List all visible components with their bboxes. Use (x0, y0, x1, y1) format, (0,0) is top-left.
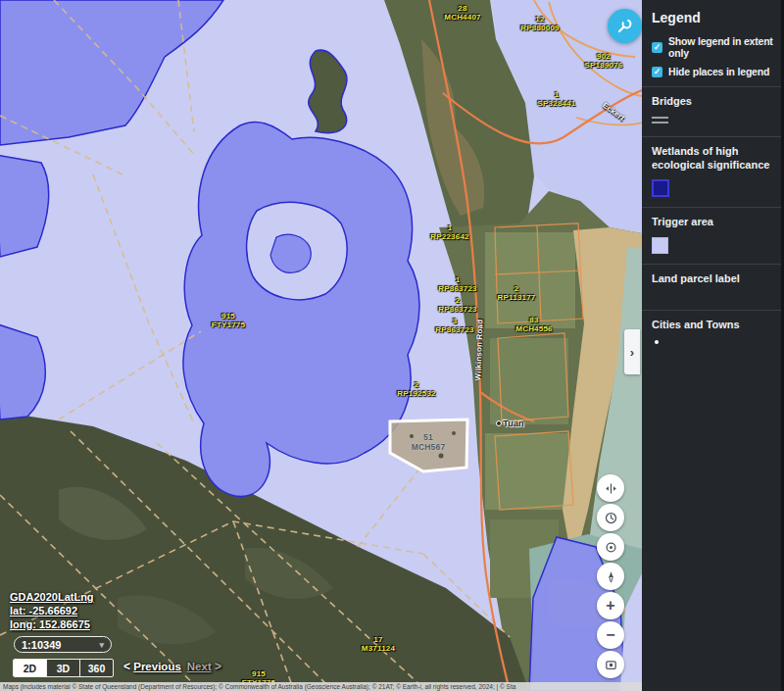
checkbox-checked-icon[interactable]: ✓ (652, 67, 662, 77)
view-mode-3d[interactable]: 3D (47, 660, 80, 676)
swipe-compare-button[interactable] (597, 474, 624, 502)
view-mode-switcher: 2D 3D 360 (13, 659, 114, 677)
caret-down-icon: ▾ (99, 640, 104, 650)
previous-label: Previous (133, 661, 181, 672)
swipe-compare-icon (604, 481, 618, 496)
my-location-button[interactable] (597, 533, 624, 561)
extent-navigation: < Previous Next > (123, 660, 221, 673)
plus-icon: + (606, 597, 614, 615)
identify-tool-button[interactable] (608, 9, 642, 43)
scale-value: 1:10349 (22, 639, 61, 651)
compass-button[interactable] (597, 563, 624, 590)
map-viewport[interactable]: 28 MCH440712 RP880009902 SP1890761 SP328… (0, 0, 642, 691)
scale-select[interactable]: 1:10349 ▾ (14, 636, 112, 653)
legend-layer-label: Bridges (652, 95, 774, 109)
next-extent-button[interactable]: Next > (187, 660, 221, 673)
checkbox-checked-icon[interactable]: ✓ (652, 42, 662, 53)
minus-icon: − (606, 626, 614, 644)
clock-icon (604, 511, 618, 525)
previous-extent-button[interactable]: < Previous (123, 660, 181, 673)
legend-section-land-parcel-label: Land parcel label (642, 264, 784, 310)
locate-target-icon (604, 540, 618, 555)
wrench-search-icon (615, 17, 634, 35)
checkbox-hide-places[interactable]: ✓ Hide places in legend (642, 64, 784, 82)
legend-section-wetlands: Wetlands of high ecological significance (642, 136, 784, 208)
overview-map-icon (604, 658, 618, 672)
coordinate-readout: GDA2020LatLng lat: -25.66692 long: 152.8… (10, 590, 94, 631)
longitude-value[interactable]: long: 152.86675 (10, 617, 94, 631)
latitude-value[interactable]: lat: -25.66692 (10, 604, 94, 617)
expand-panel-tab[interactable]: › (624, 329, 640, 374)
map-attribution: Maps (includes material © State of Queen… (0, 682, 642, 691)
wetland-swatch-icon (652, 179, 669, 197)
trigger-area-swatch-icon (652, 237, 668, 254)
checkbox-label: Show legend in extent only (668, 35, 774, 59)
view-mode-2d[interactable]: 2D (14, 660, 47, 676)
city-dot-icon (655, 340, 659, 344)
legend-layer-label: Land parcel label (652, 272, 774, 286)
chevron-right-icon: › (630, 345, 634, 360)
time-slider-button[interactable] (597, 504, 624, 531)
map-canvas[interactable] (0, 0, 642, 691)
compass-needle-icon (604, 569, 618, 584)
legend-section-bridges: Bridges (642, 86, 784, 136)
legend-panel: Legend ✓ Show legend in extent only ✓ Hi… (642, 0, 784, 691)
legend-layer-label: Wetlands of high ecological significance (652, 145, 774, 173)
coordinate-system-link[interactable]: GDA2020LatLng (10, 590, 94, 604)
legend-section-cities-and-towns: Cities and Towns (642, 310, 784, 354)
zoom-out-button[interactable]: − (597, 621, 624, 649)
legend-section-trigger-area: Trigger area (642, 207, 784, 264)
view-mode-360[interactable]: 360 (80, 660, 113, 676)
legend-layer-label: Cities and Towns (652, 319, 774, 332)
next-label: Next (187, 661, 212, 672)
bridge-symbol-icon (652, 117, 668, 123)
chevron-left-icon: < (123, 660, 130, 673)
overview-map-button[interactable] (597, 651, 624, 678)
legend-title: Legend (642, 0, 784, 33)
zoom-in-button[interactable]: + (597, 592, 624, 619)
checkbox-show-legend-in-extent[interactable]: ✓ Show legend in extent only (642, 33, 784, 64)
chevron-right-icon: > (215, 660, 221, 673)
town-dot-tuan (497, 421, 502, 426)
map-controls: + − (597, 474, 624, 680)
legend-layer-label: Trigger area (652, 216, 774, 229)
checkbox-label: Hide places in legend (668, 66, 769, 77)
